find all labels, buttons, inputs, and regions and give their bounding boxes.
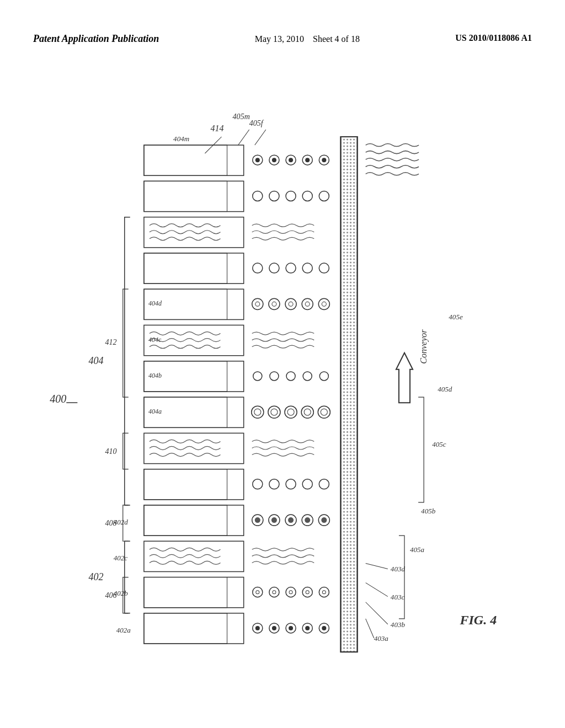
svg-rect-17 bbox=[144, 253, 244, 283]
svg-point-37 bbox=[273, 591, 276, 594]
svg-rect-2 bbox=[144, 577, 244, 608]
svg-text:402: 402 bbox=[88, 571, 103, 582]
svg-text:406: 406 bbox=[105, 591, 117, 599]
svg-rect-18 bbox=[144, 253, 227, 283]
svg-text:404: 404 bbox=[88, 355, 103, 366]
svg-rect-7 bbox=[144, 469, 244, 500]
svg-point-40 bbox=[302, 587, 312, 597]
svg-point-73 bbox=[319, 372, 328, 381]
diagram-area: 402 404 402a 402b 402c 402d 406 408 410 bbox=[33, 77, 532, 695]
svg-point-80 bbox=[302, 298, 313, 309]
svg-point-69 bbox=[253, 372, 262, 381]
svg-text:405e: 405e bbox=[449, 313, 463, 321]
svg-rect-21 bbox=[144, 181, 227, 211]
svg-line-140 bbox=[255, 130, 266, 145]
svg-rect-0 bbox=[144, 613, 244, 644]
svg-text:402c: 402c bbox=[114, 554, 128, 562]
svg-point-75 bbox=[255, 302, 260, 306]
svg-point-70 bbox=[270, 372, 279, 381]
svg-point-89 bbox=[253, 191, 263, 201]
svg-rect-23 bbox=[144, 145, 227, 175]
svg-point-76 bbox=[269, 298, 280, 309]
svg-text:Conveyor: Conveyor bbox=[419, 329, 429, 364]
svg-rect-8 bbox=[144, 469, 227, 500]
svg-text:405m: 405m bbox=[233, 112, 250, 121]
svg-text:405a: 405a bbox=[410, 545, 425, 554]
patent-diagram: 402 404 402a 402b 402c 402d 406 408 410 bbox=[33, 77, 532, 695]
svg-point-59 bbox=[252, 406, 264, 418]
svg-rect-6 bbox=[144, 505, 227, 536]
svg-point-68 bbox=[321, 409, 327, 415]
svg-point-29 bbox=[289, 626, 293, 630]
svg-point-101 bbox=[305, 158, 310, 162]
svg-line-143 bbox=[366, 583, 388, 597]
svg-text:404a: 404a bbox=[148, 408, 162, 415]
svg-point-92 bbox=[302, 191, 312, 201]
svg-point-36 bbox=[269, 587, 279, 597]
svg-point-90 bbox=[269, 191, 279, 201]
svg-rect-22 bbox=[144, 145, 244, 175]
svg-text:404b: 404b bbox=[148, 372, 162, 379]
svg-point-55 bbox=[269, 479, 279, 489]
svg-point-61 bbox=[268, 406, 280, 418]
svg-point-42 bbox=[319, 587, 329, 597]
svg-text:405f: 405f bbox=[249, 119, 264, 127]
svg-point-54 bbox=[253, 479, 263, 489]
svg-rect-20 bbox=[144, 181, 244, 211]
svg-point-87 bbox=[302, 263, 312, 273]
svg-line-139 bbox=[238, 130, 249, 145]
svg-point-39 bbox=[289, 591, 292, 594]
svg-line-142 bbox=[366, 602, 388, 624]
svg-point-45 bbox=[255, 517, 260, 523]
svg-point-64 bbox=[287, 409, 294, 415]
date-text: May 13, 2010 bbox=[255, 34, 304, 44]
svg-point-31 bbox=[305, 626, 310, 630]
svg-text:402a: 402a bbox=[116, 626, 131, 634]
svg-point-77 bbox=[272, 302, 276, 306]
svg-point-53 bbox=[321, 517, 327, 523]
svg-point-84 bbox=[253, 263, 263, 273]
sheet-info: May 13, 2010 Sheet 4 of 18 bbox=[255, 33, 360, 45]
svg-point-103 bbox=[322, 158, 326, 162]
svg-point-47 bbox=[271, 517, 277, 523]
svg-text:405c: 405c bbox=[432, 440, 446, 448]
page-header: Patent Application Publication May 13, 2… bbox=[0, 33, 565, 45]
svg-point-43 bbox=[322, 591, 326, 594]
svg-text:404m: 404m bbox=[173, 135, 189, 143]
svg-text:414: 414 bbox=[210, 124, 223, 133]
svg-point-82 bbox=[318, 298, 329, 309]
svg-text:408: 408 bbox=[105, 518, 117, 527]
svg-point-93 bbox=[319, 191, 329, 201]
svg-point-91 bbox=[286, 191, 296, 201]
sheet-text: Sheet 4 of 18 bbox=[313, 34, 360, 44]
svg-point-27 bbox=[272, 626, 276, 630]
svg-text:410: 410 bbox=[105, 447, 117, 456]
svg-text:400: 400 bbox=[50, 393, 66, 405]
svg-rect-5 bbox=[144, 505, 244, 536]
svg-point-65 bbox=[301, 406, 313, 418]
svg-rect-1 bbox=[144, 613, 227, 644]
svg-text:FIG. 4: FIG. 4 bbox=[459, 613, 497, 627]
svg-point-49 bbox=[288, 517, 294, 523]
svg-point-63 bbox=[285, 406, 297, 418]
svg-text:412: 412 bbox=[105, 338, 117, 346]
patent-number: US 2010/0118086 A1 bbox=[455, 33, 532, 43]
svg-text:403d: 403d bbox=[391, 565, 406, 573]
svg-text:403b: 403b bbox=[391, 620, 406, 629]
svg-point-79 bbox=[289, 302, 293, 306]
svg-point-86 bbox=[286, 263, 296, 273]
svg-point-33 bbox=[322, 626, 326, 630]
svg-point-88 bbox=[319, 263, 329, 273]
svg-point-62 bbox=[271, 409, 278, 415]
svg-point-57 bbox=[302, 479, 312, 489]
svg-point-58 bbox=[319, 479, 329, 489]
svg-point-99 bbox=[289, 158, 293, 162]
svg-point-56 bbox=[286, 479, 296, 489]
svg-point-67 bbox=[318, 406, 330, 418]
patent-page: Patent Application Publication May 13, 2… bbox=[0, 0, 565, 728]
svg-text:404c: 404c bbox=[148, 336, 162, 344]
svg-text:403c: 403c bbox=[391, 593, 405, 601]
svg-point-71 bbox=[286, 372, 295, 381]
svg-text:403a: 403a bbox=[374, 634, 389, 643]
publication-title: Patent Application Publication bbox=[33, 33, 159, 45]
